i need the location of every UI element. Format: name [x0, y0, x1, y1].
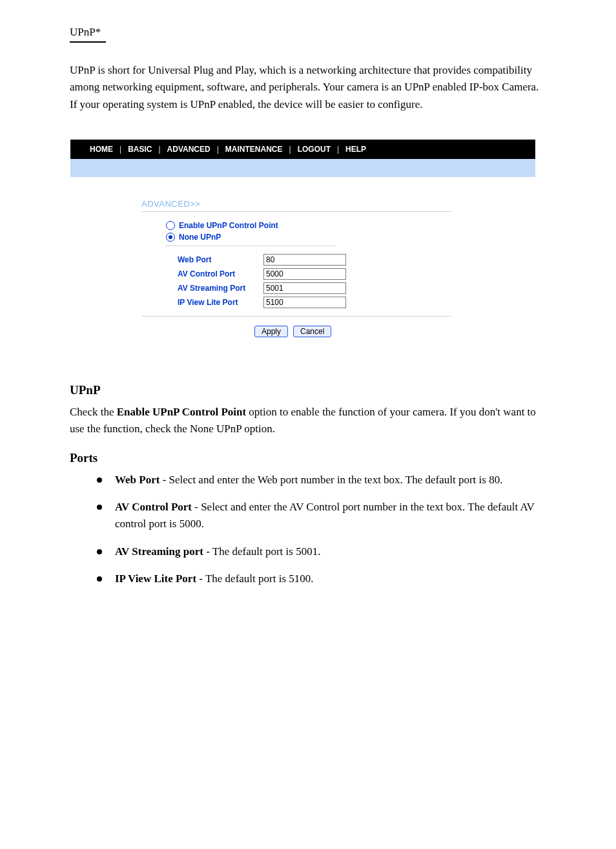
breadcrumb-underline: [70, 41, 106, 43]
cancel-button[interactable]: Cancel: [293, 326, 331, 337]
nav-separator: |: [217, 145, 219, 154]
av-control-port-input[interactable]: [263, 268, 346, 280]
nav-separator: |: [289, 145, 291, 154]
list-item: AV Streaming port - The default port is …: [97, 543, 546, 560]
upnp-heading: UPnP: [70, 383, 546, 397]
upnp-description: Check the Enable UPnP Control Point opti…: [70, 404, 546, 438]
ports-bullet-list: Web Port - Select and enter the Web port…: [97, 472, 546, 588]
top-nav-bar: HOME | BASIC | ADVANCED | MAINTENANCE | …: [70, 140, 535, 159]
web-port-input[interactable]: [263, 254, 346, 266]
list-item: AV Control Port - Select and enter the A…: [97, 499, 546, 533]
ip-view-lite-port-label: IP View Lite Port: [178, 298, 252, 307]
upnp-radio-group: Enable UPnP Control Point None UPnP: [166, 221, 522, 242]
list-item: Web Port - Select and enter the Web port…: [97, 472, 546, 488]
nav-home[interactable]: HOME: [90, 145, 113, 154]
av-streaming-port-label: AV Streaming Port: [178, 284, 252, 293]
nav-maintenance[interactable]: MAINTENANCE: [225, 145, 283, 154]
breadcrumb-label: UPnP*: [70, 26, 616, 39]
divider: [141, 211, 451, 212]
config-screenshot: HOME | BASIC | ADVANCED | MAINTENANCE | …: [70, 139, 536, 357]
av-control-port-label: AV Control Port: [178, 269, 252, 278]
ports-heading: Ports: [70, 451, 546, 465]
intro-text: UPnP is short for Universal Plug and Pla…: [70, 62, 546, 113]
ip-view-lite-port-input[interactable]: [263, 297, 346, 308]
section-title: ADVANCED>>: [141, 199, 522, 209]
nav-advanced[interactable]: ADVANCED: [167, 145, 210, 154]
header-accent-bar: [70, 159, 535, 177]
web-port-label: Web Port: [178, 255, 252, 264]
nav-separator: |: [337, 145, 339, 154]
nav-basic[interactable]: BASIC: [128, 145, 152, 154]
radio-dot-icon: [169, 235, 172, 239]
nav-separator: |: [119, 145, 121, 154]
radio-enable-upnp[interactable]: [166, 221, 175, 230]
av-streaming-port-input[interactable]: [263, 282, 346, 294]
nav-logout[interactable]: LOGOUT: [298, 145, 331, 154]
radio-none-upnp[interactable]: [166, 233, 175, 242]
config-area: ADVANCED>> Enable UPnP Control Point Non…: [70, 177, 535, 357]
ports-group: Web Port AV Control Port AV Streaming Po…: [178, 254, 522, 308]
nav-help[interactable]: HELP: [345, 145, 366, 154]
radio-none-label: None UPnP: [179, 233, 221, 242]
dotted-divider: [166, 246, 335, 246]
divider: [141, 316, 451, 317]
nav-separator: |: [158, 145, 160, 154]
list-item: IP View Lite Port - The default port is …: [97, 571, 546, 587]
apply-button[interactable]: Apply: [254, 326, 288, 337]
radio-enable-label: Enable UPnP Control Point: [179, 221, 278, 230]
